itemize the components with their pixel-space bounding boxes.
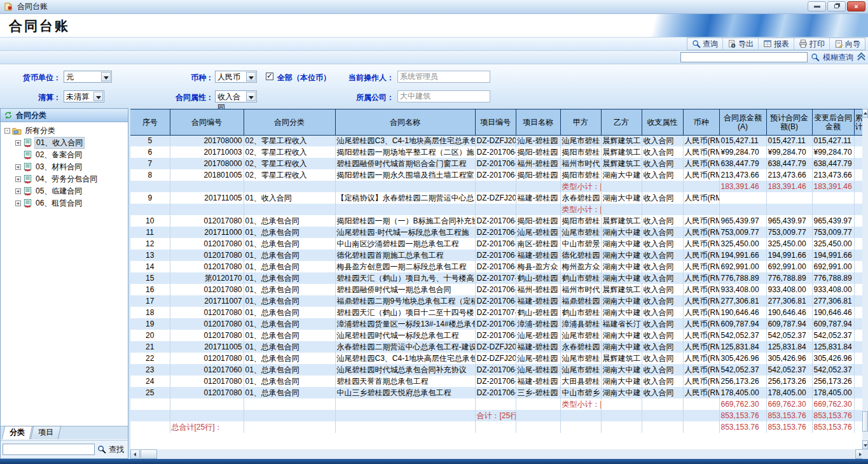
table-row[interactable]: 1120171100001、总承包合同汕尾碧桂园·时代城一标段总承包工程施DZ-… <box>130 227 862 238</box>
cell-合同编号: 第0120170 <box>170 272 244 284</box>
table-row[interactable]: 2301201706001、总承包合同汕尾碧桂园时代城总承包合同补充协议DZ-2… <box>130 364 862 376</box>
wizard-button[interactable]: 向导 <box>830 38 865 50</box>
report-button[interactable]: 报表 <box>759 38 794 50</box>
tree-item[interactable]: 02、备案合同 <box>1 149 128 161</box>
table-row[interactable]: 520170800002、零星工程收入汕尾碧桂园C3、C4-1地块高层住宅总承包… <box>130 135 862 146</box>
currency-unit-select[interactable]: 元 <box>64 71 112 83</box>
grandtotal-row[interactable]: 总合计[25行]：853,153.76853,153.76853,153.76 <box>130 421 862 433</box>
vertical-scroll-thumb[interactable] <box>862 411 868 432</box>
dropdown-arrow-icon[interactable] <box>93 92 103 101</box>
column-header[interactable]: 乙方 <box>601 109 642 135</box>
table-row[interactable]: 15第012017001、总承包合同碧桂园天汇（鹤山）项目九号、十号楼高DZ-2… <box>130 272 862 284</box>
quick-search-input[interactable] <box>680 52 808 62</box>
table-row[interactable]: 1301201708001、总承包合同德化碧桂园首期施工总承包工程DZ-2017… <box>130 250 862 261</box>
column-header[interactable]: 变更后合同金额 <box>812 109 854 135</box>
table-row[interactable]: 1901201708001、总承包合同漳浦碧桂园货量区一标段13#-14#楼总承… <box>130 318 862 330</box>
column-header[interactable]: 收支属性 <box>642 109 683 135</box>
cell-变更后合同金额 <box>812 204 854 215</box>
vertical-scrollbar[interactable] <box>862 109 868 449</box>
scroll-down-button[interactable] <box>862 440 868 449</box>
cell-序号: 5 <box>130 135 170 146</box>
contract-attr-select[interactable]: 收入合同 <box>215 90 257 102</box>
settle-select[interactable]: 未清算 <box>64 90 104 102</box>
horizontal-scroll-thumb[interactable] <box>141 449 157 459</box>
operator-field[interactable] <box>397 71 490 83</box>
restore-button[interactable] <box>827 1 846 11</box>
subtotal-row[interactable]: 类型小计：[6183,391.46183,391.46183,391.46 <box>130 181 862 192</box>
tab-项目[interactable]: 项目 <box>31 426 61 439</box>
export-button[interactable]: 导出 <box>723 38 759 50</box>
refresh-icon[interactable] <box>4 111 13 120</box>
table-row[interactable]: 2201201708001、总承包合同汕尾碧桂园C3、C4-1地块高层住宅总承包… <box>130 353 862 364</box>
column-header[interactable]: 累计 <box>854 109 862 135</box>
tree-item[interactable]: +05、临建合同 <box>1 185 128 197</box>
column-header[interactable]: 合同分类 <box>244 109 335 135</box>
table-row[interactable]: 820180100502、零星工程收入揭阳碧桂园一期永久围墙及挡土墙工程室DZ-… <box>130 169 862 181</box>
expand-node-icon[interactable]: + <box>15 164 21 170</box>
column-header[interactable]: 币种 <box>683 109 719 135</box>
column-header[interactable]: 合同名称 <box>335 109 475 135</box>
table-row[interactable]: 920171100501、收入合同【定稿协议】永春碧桂园二期营运中心总DZ-DZ… <box>130 192 862 204</box>
table-row[interactable]: 1601201708001、总承包合同碧桂园融侨时代城一期总承包合同DZ-201… <box>130 284 862 295</box>
column-header[interactable]: 合同原金额(A) <box>719 109 766 135</box>
table-row[interactable]: 2120171100501、总承包合同永春碧桂园二期营运中心总承包工程-建设DZ… <box>130 341 862 353</box>
dropdown-arrow-icon[interactable] <box>246 92 256 101</box>
column-header[interactable]: 项目名称 <box>516 109 560 135</box>
table-row[interactable]: 720170800002、零星工程收入碧桂园融侨时代城首期铝合金门窗工程DZ-2… <box>130 158 862 169</box>
table-row[interactable]: 1401201708001、总承包合同梅县盈方创意园一期二标段总承包工程DZ-2… <box>130 261 862 272</box>
tree-item[interactable]: +04、劳务分包合同 <box>1 173 128 185</box>
find-button[interactable]: 查找 <box>109 444 124 455</box>
currency-select[interactable]: 人民币 <box>215 71 257 83</box>
expand-node-icon[interactable]: + <box>15 140 21 146</box>
tree-item[interactable]: +03、材料合同 <box>1 161 128 173</box>
table-row[interactable]: 2001201708001、总承包合同汕尾碧桂园时代城一标段总承包工程DZ-20… <box>130 330 862 341</box>
table-row[interactable]: 2501201708001、总承包合同中山三乡碧桂园天悦府总承包工程DZ-201… <box>130 387 862 398</box>
cell-合同名称 <box>335 398 475 410</box>
column-header[interactable]: 甲方 <box>560 109 601 135</box>
scroll-left-button[interactable] <box>130 449 140 459</box>
collapse-node-icon[interactable]: - <box>4 128 10 134</box>
expand-node-icon[interactable]: + <box>15 200 21 206</box>
table-row[interactable]: 1801201708001、总承包合同碧桂园天汇（鹤山）项目十二至十四号楼DZ-… <box>130 307 862 318</box>
column-header[interactable]: 合同编号 <box>170 109 244 135</box>
table-row[interactable]: 2401201708001、总承包合同碧桂园天誉首期总承包工程DZ-201706… <box>130 376 862 387</box>
fuzzy-search-button[interactable]: 模糊查询 <box>823 52 853 63</box>
tree-find-input[interactable] <box>3 444 95 455</box>
dropdown-arrow-icon[interactable] <box>246 72 256 81</box>
expand-node-icon[interactable]: + <box>15 176 21 182</box>
cell-项目名称: 揭阳-碧桂园 <box>516 169 560 181</box>
column-header[interactable]: 项目编号 <box>475 109 516 135</box>
company-field[interactable] <box>397 90 490 102</box>
cell-预计合同金额(B): 853,153.76 <box>766 410 812 421</box>
print-button[interactable]: 打印 <box>794 38 830 50</box>
scroll-up-button[interactable] <box>862 109 868 118</box>
tree-item[interactable]: -所有分类 <box>1 125 128 137</box>
subtotal-row[interactable]: 类型小计：[ <box>130 204 862 215</box>
minimize-button[interactable] <box>808 1 826 11</box>
close-button[interactable]: × <box>847 1 865 11</box>
subtotal-row[interactable]: 类型小计：[669,762.30669,762.30669,762.30 <box>130 398 862 410</box>
dropdown-arrow-icon[interactable] <box>101 72 111 81</box>
table-row[interactable]: 620171000302、零星工程收入揭阳碧桂园一期场地平整工程（二区）施DZ-… <box>130 146 862 158</box>
cell-变更后合同金额: 965,439.97 <box>812 215 854 227</box>
cell-合同分类: 01、总承包合同 <box>244 250 335 261</box>
tree-item[interactable]: +01、收入合同 <box>1 137 128 149</box>
tree-item[interactable]: +06、租赁合同 <box>1 197 128 209</box>
search-button[interactable]: 查询 <box>687 38 723 50</box>
table-row[interactable]: 1720171100701、总承包合同福鼎碧桂园二期9号地块总承包工程（定稿DZ… <box>130 295 862 307</box>
cell-项目编号: DZ-201707-0 <box>475 307 516 318</box>
table-row[interactable]: 1201201708001、总承包合同中山南区沙涌碧桂园一期总承包工程DZ-20… <box>130 238 862 250</box>
all-base-currency-checkbox[interactable] <box>266 73 273 80</box>
cell-收支属性: 收入合同 <box>642 169 683 181</box>
cell-项目编号: DZ-201706-0 <box>475 227 516 238</box>
cell-合同名称: 永春碧桂园二期营运中心总承包工程-建设 <box>335 341 475 353</box>
cell-甲方: 梅州盈方众 <box>560 261 601 272</box>
column-header[interactable]: 序号 <box>130 109 170 135</box>
expand-node-icon[interactable]: + <box>15 188 21 194</box>
collapse-panel-icon[interactable] <box>857 53 865 62</box>
total-row[interactable]: 合计：[25行]853,153.76853,153.76853,153.76 <box>130 410 862 421</box>
table-row[interactable]: 1001201708001、总承包合同揭阳碧桂园一期（一）B标施工合同补充协DZ… <box>130 215 862 227</box>
column-header[interactable]: 预计合同金额(B) <box>766 109 812 135</box>
horizontal-scrollbar[interactable] <box>130 449 868 459</box>
tab-分类[interactable]: 分类 <box>2 426 32 439</box>
